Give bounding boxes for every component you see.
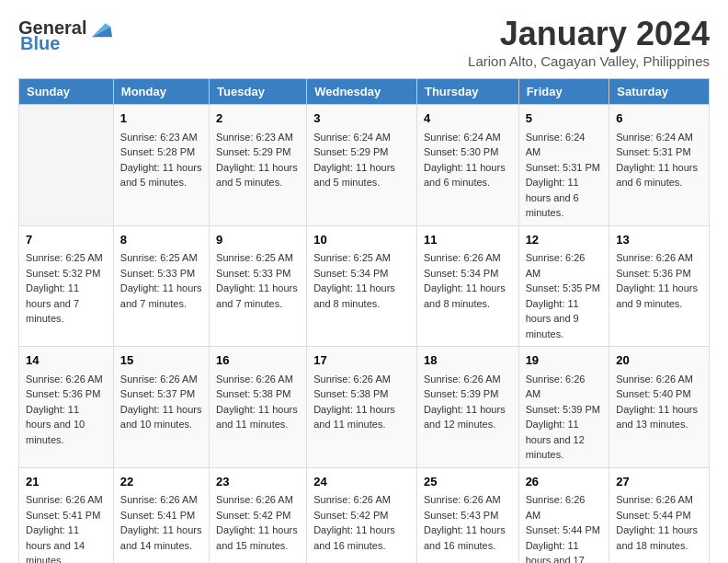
cell-content: Sunrise: 6:24 AMSunset: 5:31 PMDaylight:… <box>616 130 702 190</box>
daylight-text: Daylight: 11 hours and 14 minutes. <box>120 523 202 553</box>
location-subtitle: Larion Alto, Cagayan Valley, Philippines <box>468 53 710 69</box>
sunset-text: Sunset: 5:33 PM <box>216 266 300 282</box>
daylight-text: Daylight: 11 hours and 10 minutes. <box>26 402 107 448</box>
sunset-text: Sunset: 5:37 PM <box>120 386 202 402</box>
cell-content: Sunrise: 6:26 AMSunset: 5:38 PMDaylight:… <box>216 372 300 432</box>
calendar-cell: 27Sunrise: 6:26 AMSunset: 5:44 PMDayligh… <box>609 467 710 563</box>
sunset-text: Sunset: 5:42 PM <box>313 508 410 523</box>
cell-content: Sunrise: 6:26 AMSunset: 5:36 PMDaylight:… <box>616 250 702 311</box>
cell-content: Sunrise: 6:26 AMSunset: 5:34 PMDaylight:… <box>424 250 512 311</box>
sunset-text: Sunset: 5:32 PM <box>26 266 107 282</box>
calendar-cell: 26Sunrise: 6:26 AMSunset: 5:44 PMDayligh… <box>518 467 609 563</box>
cell-content: Sunrise: 6:23 AMSunset: 5:28 PMDaylight:… <box>120 130 202 190</box>
sunset-text: Sunset: 5:30 PM <box>424 144 512 160</box>
day-number: 5 <box>526 109 603 128</box>
sunset-text: Sunset: 5:36 PM <box>26 386 107 402</box>
daylight-text: Daylight: 11 hours and 8 minutes. <box>424 281 512 311</box>
calendar-cell: 21Sunrise: 6:26 AMSunset: 5:41 PMDayligh… <box>19 467 114 563</box>
day-number: 26 <box>526 473 603 491</box>
day-number: 3 <box>313 109 410 128</box>
daylight-text: Daylight: 11 hours and 7 minutes. <box>120 281 202 311</box>
page-header: General Blue January 2024 Larion Alto, C… <box>18 15 710 69</box>
cell-content: Sunrise: 6:26 AMSunset: 5:43 PMDaylight:… <box>424 492 512 553</box>
header-day-thursday: Thursday <box>416 79 518 105</box>
cell-content: Sunrise: 6:26 AMSunset: 5:39 PMDaylight:… <box>526 372 603 463</box>
sunset-text: Sunset: 5:39 PM <box>526 402 603 418</box>
daylight-text: Daylight: 11 hours and 16 minutes. <box>424 523 512 553</box>
sunset-text: Sunset: 5:31 PM <box>616 144 702 160</box>
sunrise-text: Sunrise: 6:25 AM <box>26 250 107 266</box>
sunset-text: Sunset: 5:44 PM <box>526 523 603 538</box>
sunrise-text: Sunrise: 6:26 AM <box>313 492 410 508</box>
sunrise-text: Sunrise: 6:26 AM <box>120 372 202 387</box>
daylight-text: Daylight: 11 hours and 16 minutes. <box>313 523 410 553</box>
sunrise-text: Sunrise: 6:26 AM <box>616 372 702 387</box>
day-number: 12 <box>526 231 603 249</box>
sunrise-text: Sunrise: 6:25 AM <box>120 250 202 266</box>
cell-content: Sunrise: 6:25 AMSunset: 5:32 PMDaylight:… <box>26 250 107 327</box>
title-block: January 2024 Larion Alto, Cagayan Valley… <box>468 15 710 69</box>
day-number: 22 <box>120 473 202 491</box>
sunrise-text: Sunrise: 6:24 AM <box>313 130 410 145</box>
month-title: January 2024 <box>468 15 710 53</box>
calendar-cell: 20Sunrise: 6:26 AMSunset: 5:40 PMDayligh… <box>609 347 710 468</box>
calendar-cell: 16Sunrise: 6:26 AMSunset: 5:38 PMDayligh… <box>210 347 307 468</box>
sunrise-text: Sunrise: 6:26 AM <box>216 492 300 508</box>
day-number: 17 <box>313 351 410 370</box>
sunset-text: Sunset: 5:28 PM <box>120 144 202 160</box>
cell-content: Sunrise: 6:26 AMSunset: 5:39 PMDaylight:… <box>424 372 512 432</box>
header-day-friday: Friday <box>518 79 609 105</box>
sunset-text: Sunset: 5:41 PM <box>120 508 202 523</box>
day-number: 10 <box>313 231 410 249</box>
sunrise-text: Sunrise: 6:26 AM <box>616 492 702 508</box>
day-number: 20 <box>616 351 702 370</box>
day-number: 23 <box>216 473 300 491</box>
calendar-cell: 11Sunrise: 6:26 AMSunset: 5:34 PMDayligh… <box>416 225 518 347</box>
calendar-cell: 24Sunrise: 6:26 AMSunset: 5:42 PMDayligh… <box>307 467 417 563</box>
sunrise-text: Sunrise: 6:26 AM <box>216 372 300 387</box>
calendar-week-1: 1Sunrise: 6:23 AMSunset: 5:28 PMDaylight… <box>19 105 710 226</box>
sunset-text: Sunset: 5:38 PM <box>313 386 410 402</box>
calendar-cell: 14Sunrise: 6:26 AMSunset: 5:36 PMDayligh… <box>19 347 114 468</box>
calendar-cell: 7Sunrise: 6:25 AMSunset: 5:32 PMDaylight… <box>19 225 114 347</box>
calendar-cell: 1Sunrise: 6:23 AMSunset: 5:28 PMDaylight… <box>113 105 209 226</box>
sunrise-text: Sunrise: 6:24 AM <box>526 130 603 160</box>
daylight-text: Daylight: 11 hours and 8 minutes. <box>313 281 410 311</box>
sunrise-text: Sunrise: 6:25 AM <box>216 250 300 266</box>
calendar-cell: 17Sunrise: 6:26 AMSunset: 5:38 PMDayligh… <box>307 347 417 468</box>
cell-content: Sunrise: 6:24 AMSunset: 5:29 PMDaylight:… <box>313 130 410 190</box>
sunset-text: Sunset: 5:38 PM <box>216 386 300 402</box>
sunrise-text: Sunrise: 6:26 AM <box>526 492 603 523</box>
sunset-text: Sunset: 5:34 PM <box>424 266 512 282</box>
sunrise-text: Sunrise: 6:26 AM <box>526 250 603 281</box>
sunset-text: Sunset: 5:41 PM <box>26 508 107 523</box>
sunset-text: Sunset: 5:36 PM <box>616 266 702 282</box>
sunrise-text: Sunrise: 6:26 AM <box>26 492 107 508</box>
calendar-cell: 9Sunrise: 6:25 AMSunset: 5:33 PMDaylight… <box>210 225 307 347</box>
sunrise-text: Sunrise: 6:26 AM <box>616 250 702 266</box>
sunrise-text: Sunrise: 6:26 AM <box>424 492 512 508</box>
cell-content: Sunrise: 6:26 AMSunset: 5:41 PMDaylight:… <box>26 492 107 563</box>
cell-content: Sunrise: 6:25 AMSunset: 5:34 PMDaylight:… <box>313 250 410 311</box>
calendar-cell: 8Sunrise: 6:25 AMSunset: 5:33 PMDaylight… <box>113 225 209 347</box>
daylight-text: Daylight: 11 hours and 11 minutes. <box>313 402 410 432</box>
calendar-week-2: 7Sunrise: 6:25 AMSunset: 5:32 PMDaylight… <box>19 225 710 347</box>
daylight-text: Daylight: 11 hours and 5 minutes. <box>120 160 202 190</box>
daylight-text: Daylight: 11 hours and 12 minutes. <box>424 402 512 432</box>
day-number: 25 <box>424 473 512 491</box>
day-number: 14 <box>26 351 107 370</box>
sunset-text: Sunset: 5:44 PM <box>616 508 702 523</box>
calendar-cell: 5Sunrise: 6:24 AMSunset: 5:31 PMDaylight… <box>518 105 609 226</box>
sunset-text: Sunset: 5:34 PM <box>313 266 410 282</box>
calendar-cell: 15Sunrise: 6:26 AMSunset: 5:37 PMDayligh… <box>113 347 209 468</box>
daylight-text: Daylight: 11 hours and 6 minutes. <box>526 175 603 221</box>
cell-content: Sunrise: 6:24 AMSunset: 5:30 PMDaylight:… <box>424 130 512 190</box>
cell-content: Sunrise: 6:25 AMSunset: 5:33 PMDaylight:… <box>216 250 300 311</box>
header-day-saturday: Saturday <box>609 79 710 105</box>
day-number: 18 <box>424 351 512 370</box>
day-number: 19 <box>526 351 603 370</box>
sunrise-text: Sunrise: 6:24 AM <box>616 130 702 145</box>
calendar-cell: 25Sunrise: 6:26 AMSunset: 5:43 PMDayligh… <box>416 467 518 563</box>
calendar-cell: 18Sunrise: 6:26 AMSunset: 5:39 PMDayligh… <box>416 347 518 468</box>
calendar-cell: 12Sunrise: 6:26 AMSunset: 5:35 PMDayligh… <box>518 225 609 347</box>
